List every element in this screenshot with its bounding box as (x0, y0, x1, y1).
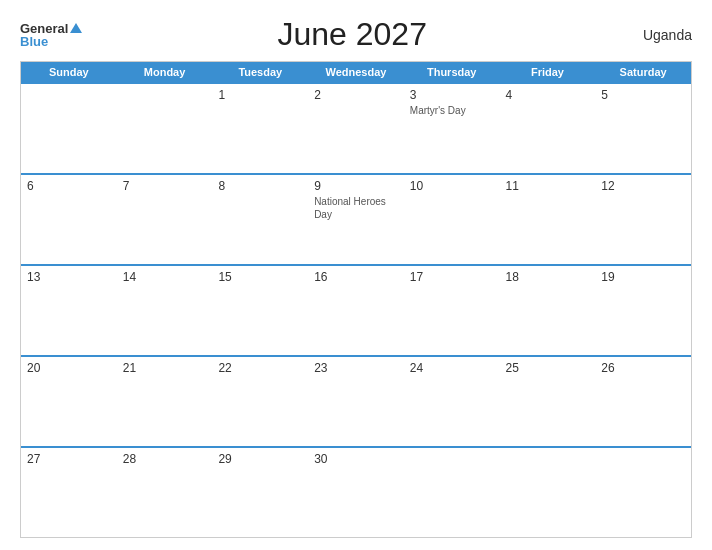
calendar-cell (117, 84, 213, 173)
logo-triangle-icon (70, 23, 82, 33)
logo-general-text: General (20, 22, 68, 35)
day-number: 9 (314, 179, 398, 193)
calendar-cell: 19 (595, 266, 691, 355)
day-number: 30 (314, 452, 398, 466)
day-number: 12 (601, 179, 685, 193)
calendar-cell: 1 (212, 84, 308, 173)
logo-blue-text: Blue (20, 35, 82, 48)
calendar-cell: 2 (308, 84, 404, 173)
day-number: 18 (506, 270, 590, 284)
day-number: 11 (506, 179, 590, 193)
header-saturday: Saturday (595, 62, 691, 82)
calendar-cell: 10 (404, 175, 500, 264)
day-number: 19 (601, 270, 685, 284)
week-5: 27282930 (21, 446, 691, 537)
calendar-cell: 22 (212, 357, 308, 446)
calendar-cell (595, 448, 691, 537)
calendar-body: 123Martyr's Day456789National Heroes Day… (21, 82, 691, 537)
logo: General Blue (20, 22, 82, 48)
day-number: 27 (27, 452, 111, 466)
calendar-cell: 7 (117, 175, 213, 264)
calendar-cell: 11 (500, 175, 596, 264)
calendar-cell: 23 (308, 357, 404, 446)
calendar-cell: 28 (117, 448, 213, 537)
week-2: 6789National Heroes Day101112 (21, 173, 691, 264)
header-thursday: Thursday (404, 62, 500, 82)
calendar-cell: 26 (595, 357, 691, 446)
header-monday: Monday (117, 62, 213, 82)
day-number: 28 (123, 452, 207, 466)
day-number: 4 (506, 88, 590, 102)
calendar-cell: 16 (308, 266, 404, 355)
day-number: 10 (410, 179, 494, 193)
week-1: 123Martyr's Day45 (21, 82, 691, 173)
day-number: 14 (123, 270, 207, 284)
calendar-cell: 8 (212, 175, 308, 264)
day-number: 13 (27, 270, 111, 284)
header-sunday: Sunday (21, 62, 117, 82)
country-label: Uganda (622, 27, 692, 43)
event-label: National Heroes Day (314, 195, 398, 221)
calendar-cell: 3Martyr's Day (404, 84, 500, 173)
calendar-cell: 30 (308, 448, 404, 537)
day-number: 24 (410, 361, 494, 375)
calendar-cell: 17 (404, 266, 500, 355)
day-number: 26 (601, 361, 685, 375)
day-number: 5 (601, 88, 685, 102)
calendar-cell: 13 (21, 266, 117, 355)
header-friday: Friday (500, 62, 596, 82)
calendar-cell: 24 (404, 357, 500, 446)
week-4: 20212223242526 (21, 355, 691, 446)
calendar-cell: 29 (212, 448, 308, 537)
calendar-cell: 27 (21, 448, 117, 537)
page: General Blue June 2027 Uganda Sunday Mon… (0, 0, 712, 550)
day-number: 8 (218, 179, 302, 193)
calendar-cell: 18 (500, 266, 596, 355)
event-label: Martyr's Day (410, 104, 494, 117)
day-number: 20 (27, 361, 111, 375)
header-wednesday: Wednesday (308, 62, 404, 82)
day-number: 23 (314, 361, 398, 375)
calendar-cell (21, 84, 117, 173)
header-tuesday: Tuesday (212, 62, 308, 82)
calendar-cell: 20 (21, 357, 117, 446)
day-number: 29 (218, 452, 302, 466)
calendar-cell: 12 (595, 175, 691, 264)
day-number: 2 (314, 88, 398, 102)
day-number: 3 (410, 88, 494, 102)
calendar-cell (404, 448, 500, 537)
calendar-cell (500, 448, 596, 537)
calendar-cell: 9National Heroes Day (308, 175, 404, 264)
calendar-title: June 2027 (277, 16, 426, 53)
day-number: 25 (506, 361, 590, 375)
calendar-cell: 14 (117, 266, 213, 355)
day-number: 16 (314, 270, 398, 284)
calendar: Sunday Monday Tuesday Wednesday Thursday… (20, 61, 692, 538)
header: General Blue June 2027 Uganda (20, 16, 692, 53)
day-number: 6 (27, 179, 111, 193)
calendar-cell: 25 (500, 357, 596, 446)
day-number: 21 (123, 361, 207, 375)
day-number: 15 (218, 270, 302, 284)
calendar-cell: 15 (212, 266, 308, 355)
calendar-cell: 5 (595, 84, 691, 173)
calendar-cell: 21 (117, 357, 213, 446)
calendar-cell: 6 (21, 175, 117, 264)
day-number: 7 (123, 179, 207, 193)
week-3: 13141516171819 (21, 264, 691, 355)
day-number: 1 (218, 88, 302, 102)
calendar-header: Sunday Monday Tuesday Wednesday Thursday… (21, 62, 691, 82)
day-number: 17 (410, 270, 494, 284)
calendar-cell: 4 (500, 84, 596, 173)
day-number: 22 (218, 361, 302, 375)
